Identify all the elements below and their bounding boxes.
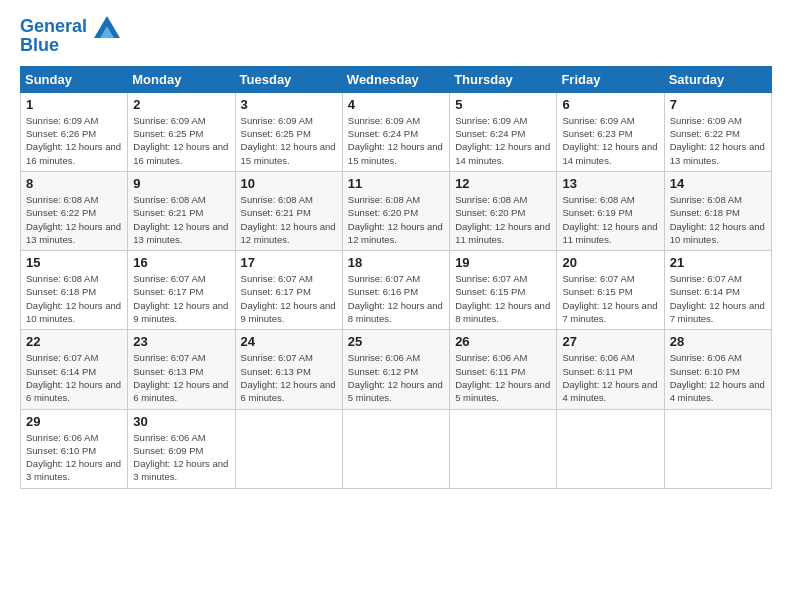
day-number: 23 bbox=[133, 334, 229, 349]
calendar-cell: 4 Sunrise: 6:09 AM Sunset: 6:24 PM Dayli… bbox=[342, 92, 449, 171]
calendar-cell: 16 Sunrise: 6:07 AM Sunset: 6:17 PM Dayl… bbox=[128, 251, 235, 330]
day-info: Sunrise: 6:07 AM Sunset: 6:17 PM Dayligh… bbox=[241, 272, 337, 325]
day-number: 14 bbox=[670, 176, 766, 191]
calendar-cell: 17 Sunrise: 6:07 AM Sunset: 6:17 PM Dayl… bbox=[235, 251, 342, 330]
calendar-week-2: 8 Sunrise: 6:08 AM Sunset: 6:22 PM Dayli… bbox=[21, 171, 772, 250]
calendar-cell: 20 Sunrise: 6:07 AM Sunset: 6:15 PM Dayl… bbox=[557, 251, 664, 330]
weekday-header-friday: Friday bbox=[557, 66, 664, 92]
day-number: 3 bbox=[241, 97, 337, 112]
calendar-cell bbox=[557, 409, 664, 488]
day-number: 17 bbox=[241, 255, 337, 270]
logo: General Blue bbox=[20, 16, 120, 56]
day-info: Sunrise: 6:09 AM Sunset: 6:23 PM Dayligh… bbox=[562, 114, 658, 167]
day-number: 29 bbox=[26, 414, 122, 429]
logo-blue: Blue bbox=[20, 36, 120, 56]
day-number: 15 bbox=[26, 255, 122, 270]
day-info: Sunrise: 6:06 AM Sunset: 6:11 PM Dayligh… bbox=[562, 351, 658, 404]
day-number: 27 bbox=[562, 334, 658, 349]
day-number: 4 bbox=[348, 97, 444, 112]
weekday-header-saturday: Saturday bbox=[664, 66, 771, 92]
day-info: Sunrise: 6:08 AM Sunset: 6:22 PM Dayligh… bbox=[26, 193, 122, 246]
day-number: 8 bbox=[26, 176, 122, 191]
calendar-cell: 12 Sunrise: 6:08 AM Sunset: 6:20 PM Dayl… bbox=[450, 171, 557, 250]
calendar-cell: 24 Sunrise: 6:07 AM Sunset: 6:13 PM Dayl… bbox=[235, 330, 342, 409]
calendar-week-5: 29 Sunrise: 6:06 AM Sunset: 6:10 PM Dayl… bbox=[21, 409, 772, 488]
day-number: 25 bbox=[348, 334, 444, 349]
calendar-cell: 23 Sunrise: 6:07 AM Sunset: 6:13 PM Dayl… bbox=[128, 330, 235, 409]
day-info: Sunrise: 6:07 AM Sunset: 6:15 PM Dayligh… bbox=[455, 272, 551, 325]
calendar-cell: 8 Sunrise: 6:08 AM Sunset: 6:22 PM Dayli… bbox=[21, 171, 128, 250]
day-info: Sunrise: 6:07 AM Sunset: 6:16 PM Dayligh… bbox=[348, 272, 444, 325]
calendar-cell: 19 Sunrise: 6:07 AM Sunset: 6:15 PM Dayl… bbox=[450, 251, 557, 330]
logo-icon bbox=[94, 16, 120, 38]
day-info: Sunrise: 6:07 AM Sunset: 6:13 PM Dayligh… bbox=[133, 351, 229, 404]
day-info: Sunrise: 6:08 AM Sunset: 6:18 PM Dayligh… bbox=[26, 272, 122, 325]
calendar-cell: 11 Sunrise: 6:08 AM Sunset: 6:20 PM Dayl… bbox=[342, 171, 449, 250]
calendar-cell: 7 Sunrise: 6:09 AM Sunset: 6:22 PM Dayli… bbox=[664, 92, 771, 171]
calendar-cell: 25 Sunrise: 6:06 AM Sunset: 6:12 PM Dayl… bbox=[342, 330, 449, 409]
day-info: Sunrise: 6:09 AM Sunset: 6:24 PM Dayligh… bbox=[348, 114, 444, 167]
calendar-cell: 21 Sunrise: 6:07 AM Sunset: 6:14 PM Dayl… bbox=[664, 251, 771, 330]
calendar-cell: 28 Sunrise: 6:06 AM Sunset: 6:10 PM Dayl… bbox=[664, 330, 771, 409]
day-info: Sunrise: 6:09 AM Sunset: 6:25 PM Dayligh… bbox=[133, 114, 229, 167]
day-info: Sunrise: 6:08 AM Sunset: 6:19 PM Dayligh… bbox=[562, 193, 658, 246]
day-info: Sunrise: 6:07 AM Sunset: 6:14 PM Dayligh… bbox=[670, 272, 766, 325]
calendar-week-1: 1 Sunrise: 6:09 AM Sunset: 6:26 PM Dayli… bbox=[21, 92, 772, 171]
day-number: 13 bbox=[562, 176, 658, 191]
day-number: 7 bbox=[670, 97, 766, 112]
day-info: Sunrise: 6:06 AM Sunset: 6:10 PM Dayligh… bbox=[26, 431, 122, 484]
calendar-cell: 18 Sunrise: 6:07 AM Sunset: 6:16 PM Dayl… bbox=[342, 251, 449, 330]
calendar-cell: 15 Sunrise: 6:08 AM Sunset: 6:18 PM Dayl… bbox=[21, 251, 128, 330]
calendar-cell: 1 Sunrise: 6:09 AM Sunset: 6:26 PM Dayli… bbox=[21, 92, 128, 171]
calendar-week-3: 15 Sunrise: 6:08 AM Sunset: 6:18 PM Dayl… bbox=[21, 251, 772, 330]
day-number: 12 bbox=[455, 176, 551, 191]
logo-general: General bbox=[20, 16, 87, 36]
calendar-cell: 3 Sunrise: 6:09 AM Sunset: 6:25 PM Dayli… bbox=[235, 92, 342, 171]
weekday-header-sunday: Sunday bbox=[21, 66, 128, 92]
day-info: Sunrise: 6:07 AM Sunset: 6:15 PM Dayligh… bbox=[562, 272, 658, 325]
calendar-cell: 6 Sunrise: 6:09 AM Sunset: 6:23 PM Dayli… bbox=[557, 92, 664, 171]
calendar-table: SundayMondayTuesdayWednesdayThursdayFrid… bbox=[20, 66, 772, 489]
day-info: Sunrise: 6:06 AM Sunset: 6:09 PM Dayligh… bbox=[133, 431, 229, 484]
calendar-cell: 30 Sunrise: 6:06 AM Sunset: 6:09 PM Dayl… bbox=[128, 409, 235, 488]
calendar-cell: 5 Sunrise: 6:09 AM Sunset: 6:24 PM Dayli… bbox=[450, 92, 557, 171]
day-info: Sunrise: 6:08 AM Sunset: 6:21 PM Dayligh… bbox=[133, 193, 229, 246]
day-number: 6 bbox=[562, 97, 658, 112]
weekday-header-monday: Monday bbox=[128, 66, 235, 92]
day-number: 2 bbox=[133, 97, 229, 112]
day-info: Sunrise: 6:09 AM Sunset: 6:26 PM Dayligh… bbox=[26, 114, 122, 167]
day-number: 10 bbox=[241, 176, 337, 191]
day-number: 19 bbox=[455, 255, 551, 270]
calendar-cell: 29 Sunrise: 6:06 AM Sunset: 6:10 PM Dayl… bbox=[21, 409, 128, 488]
weekday-header-wednesday: Wednesday bbox=[342, 66, 449, 92]
day-number: 11 bbox=[348, 176, 444, 191]
calendar-cell bbox=[450, 409, 557, 488]
day-number: 22 bbox=[26, 334, 122, 349]
calendar-cell bbox=[342, 409, 449, 488]
day-number: 28 bbox=[670, 334, 766, 349]
day-info: Sunrise: 6:08 AM Sunset: 6:21 PM Dayligh… bbox=[241, 193, 337, 246]
day-number: 21 bbox=[670, 255, 766, 270]
day-info: Sunrise: 6:08 AM Sunset: 6:18 PM Dayligh… bbox=[670, 193, 766, 246]
day-info: Sunrise: 6:07 AM Sunset: 6:13 PM Dayligh… bbox=[241, 351, 337, 404]
calendar-cell bbox=[235, 409, 342, 488]
day-number: 18 bbox=[348, 255, 444, 270]
weekday-header-tuesday: Tuesday bbox=[235, 66, 342, 92]
day-number: 9 bbox=[133, 176, 229, 191]
day-info: Sunrise: 6:09 AM Sunset: 6:22 PM Dayligh… bbox=[670, 114, 766, 167]
day-info: Sunrise: 6:07 AM Sunset: 6:14 PM Dayligh… bbox=[26, 351, 122, 404]
calendar-cell: 26 Sunrise: 6:06 AM Sunset: 6:11 PM Dayl… bbox=[450, 330, 557, 409]
day-info: Sunrise: 6:08 AM Sunset: 6:20 PM Dayligh… bbox=[455, 193, 551, 246]
day-info: Sunrise: 6:07 AM Sunset: 6:17 PM Dayligh… bbox=[133, 272, 229, 325]
calendar-cell bbox=[664, 409, 771, 488]
calendar-week-4: 22 Sunrise: 6:07 AM Sunset: 6:14 PM Dayl… bbox=[21, 330, 772, 409]
day-info: Sunrise: 6:09 AM Sunset: 6:24 PM Dayligh… bbox=[455, 114, 551, 167]
day-number: 1 bbox=[26, 97, 122, 112]
calendar-cell: 13 Sunrise: 6:08 AM Sunset: 6:19 PM Dayl… bbox=[557, 171, 664, 250]
calendar-cell: 10 Sunrise: 6:08 AM Sunset: 6:21 PM Dayl… bbox=[235, 171, 342, 250]
calendar-cell: 9 Sunrise: 6:08 AM Sunset: 6:21 PM Dayli… bbox=[128, 171, 235, 250]
calendar-cell: 27 Sunrise: 6:06 AM Sunset: 6:11 PM Dayl… bbox=[557, 330, 664, 409]
day-number: 26 bbox=[455, 334, 551, 349]
day-info: Sunrise: 6:08 AM Sunset: 6:20 PM Dayligh… bbox=[348, 193, 444, 246]
calendar-cell: 22 Sunrise: 6:07 AM Sunset: 6:14 PM Dayl… bbox=[21, 330, 128, 409]
